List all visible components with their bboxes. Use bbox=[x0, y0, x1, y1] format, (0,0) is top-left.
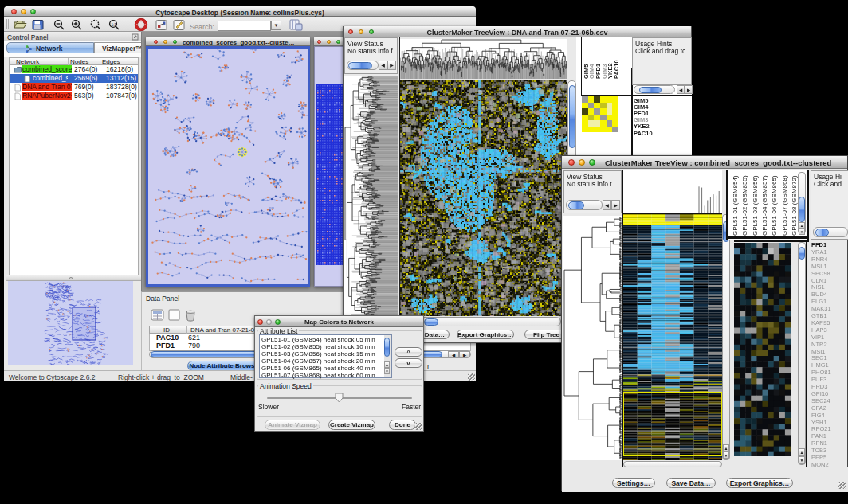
svg-text:1:1: 1:1 bbox=[112, 23, 117, 27]
